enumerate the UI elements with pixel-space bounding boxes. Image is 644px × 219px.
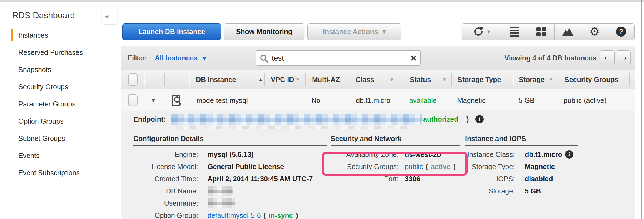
help-button[interactable]: ? xyxy=(608,24,634,40)
grid-icon xyxy=(536,27,546,36)
instance-actions-label: Instance Actions xyxy=(323,28,378,36)
redacted-db-name xyxy=(208,186,233,196)
detail-row-iops: IOPS: disabled xyxy=(465,173,578,185)
settings-button[interactable]: ⚙ xyxy=(581,24,608,40)
sidebar-item-security-groups[interactable]: Security Groups xyxy=(0,78,113,95)
search-icon xyxy=(259,54,269,63)
list-view-button[interactable] xyxy=(501,24,528,40)
detail-label: DB Name: xyxy=(133,187,198,195)
endpoint-authorized-status: authorized xyxy=(423,115,458,123)
column-storage-type[interactable]: Storage Type xyxy=(458,70,501,89)
detail-label: Created Time: xyxy=(133,175,198,183)
detail-row-storage-type: Storage Type: Magnetic xyxy=(465,161,578,173)
endpoint-redacted-shadow xyxy=(176,126,415,129)
sidebar-item-snapshots[interactable]: Snapshots xyxy=(0,61,113,78)
list-icon xyxy=(510,27,519,37)
sidebar-item-subnet-groups[interactable]: Subnet Groups xyxy=(0,130,113,147)
detail-value: public ( active ) xyxy=(405,163,456,171)
detail-label: Storage Type: xyxy=(465,163,515,171)
instance-class-value: db.t1.micro xyxy=(525,151,562,159)
table-row[interactable]: ▼ mode-test-mysql No db.t1.micro availab… xyxy=(121,89,635,111)
endpoint-label: Endpoint: xyxy=(133,115,166,123)
instance-actions-button[interactable]: Instance Actions ▾ xyxy=(307,23,401,40)
section-title: Security and Network xyxy=(331,135,460,146)
section-instance-and-iops: Instance and IOPS Instance Class: db.t1.… xyxy=(465,135,578,197)
cell-storage-type: Magnetic xyxy=(457,89,485,111)
cell-db-instance: mode-test-mysql xyxy=(196,89,248,111)
detail-label: Port: xyxy=(331,175,399,183)
detail-row-security-groups: Security Groups: public ( active ) xyxy=(331,161,460,173)
paren-open: ( xyxy=(426,163,428,171)
window-edge xyxy=(641,0,642,219)
chevron-down-icon: ▾ xyxy=(487,28,490,35)
page-title: RDS Dashboard xyxy=(12,11,75,21)
option-group-status: in-sync xyxy=(269,212,293,219)
detail-row-storage: Storage: 5 GB xyxy=(465,185,578,197)
info-icon[interactable]: i xyxy=(565,150,573,159)
detail-row-license: License Model: General Public License xyxy=(133,161,327,173)
show-monitoring-button[interactable]: Show Monitoring xyxy=(224,23,304,40)
rds-console-screen: RDS Dashboard Instances Reserved Purchas… xyxy=(0,0,644,219)
detail-label: Security Groups: xyxy=(331,163,399,171)
endpoint-redacted-value xyxy=(171,114,422,125)
sort-down-icon: ▾ xyxy=(443,70,446,89)
mountain-chart-icon xyxy=(562,27,574,36)
paren-close: ) xyxy=(453,163,456,171)
launch-db-instance-button[interactable]: Launch DB Instance xyxy=(122,23,221,40)
refresh-icon xyxy=(473,26,484,37)
row-expander-icon[interactable]: ▼ xyxy=(150,89,156,111)
detail-row-engine: Engine: mysql (5.6.13) xyxy=(133,148,327,161)
previous-page-button[interactable]: ⇠ xyxy=(600,50,615,65)
column-storage[interactable]: Storage xyxy=(519,70,545,89)
sidebar-item-option-groups[interactable]: Option Groups xyxy=(0,113,113,130)
row-checkbox[interactable] xyxy=(128,94,138,106)
filter-dropdown[interactable]: All Instances ▾ xyxy=(155,46,206,70)
next-page-button[interactable]: ⇢ xyxy=(616,50,631,65)
detail-row-availability-zone: Availability Zone: us-west-2b xyxy=(331,148,460,161)
column-status[interactable]: Status xyxy=(410,70,431,89)
filter-label: Filter: xyxy=(128,46,147,70)
sidebar-item-reserved-purchases[interactable]: Reserved Purchases xyxy=(0,44,113,61)
security-group-link[interactable]: public xyxy=(405,163,423,171)
view-toolbar: ▾ ⚙ ? xyxy=(462,23,635,40)
search-input[interactable] xyxy=(272,52,397,65)
column-vpc-id[interactable]: VPC ID xyxy=(271,70,294,89)
detail-row-instance-class: Instance Class: db.t1.micro i xyxy=(465,148,578,161)
sort-asc-icon: ▲ xyxy=(258,70,263,89)
sort-down-icon: ▾ xyxy=(550,70,552,89)
monitoring-view-button[interactable] xyxy=(554,24,581,40)
clear-search-icon[interactable]: × xyxy=(411,51,416,65)
column-multi-az[interactable]: Multi-AZ xyxy=(312,70,340,89)
sidebar-item-event-subscriptions[interactable]: Event Subscriptions xyxy=(0,164,113,181)
refresh-button[interactable]: ▾ xyxy=(462,24,501,40)
grid-view-button[interactable] xyxy=(528,24,554,40)
detail-value: April 2, 2014 11:30:45 AM UTC-7 xyxy=(208,175,313,183)
collapse-left-icon: ◂ xyxy=(105,12,108,21)
column-db-instance[interactable]: DB Instance xyxy=(196,70,236,89)
inspect-details-icon[interactable] xyxy=(172,94,182,106)
detail-row-username: Username: xyxy=(133,197,327,209)
option-group-link[interactable]: default:mysql-5-6 xyxy=(208,212,261,219)
cell-class: db.t1.micro xyxy=(356,89,390,111)
detail-value: General Public License xyxy=(208,163,284,171)
info-icon[interactable]: i xyxy=(475,115,484,123)
detail-value: disabled xyxy=(525,175,553,183)
detail-value-redacted xyxy=(208,198,235,208)
detail-value: 5 GB xyxy=(525,187,541,195)
sidebar-item-instances[interactable]: Instances xyxy=(0,27,113,44)
viewing-count: Viewing 4 of 4 DB Instances xyxy=(504,46,596,70)
sidebar-collapse-button[interactable]: ◂ xyxy=(102,8,117,24)
sort-down-icon: ▾ xyxy=(296,70,299,89)
detail-row-option-group: Option Group: default:mysql-5-6 ( in-syn… xyxy=(133,209,327,219)
detail-row-port: Port: 3306 xyxy=(331,173,460,185)
paren-close: ) xyxy=(296,212,298,219)
instance-details-panel: Endpoint: authorized ) i Configuration D… xyxy=(121,111,635,219)
column-security-groups[interactable]: Security Groups xyxy=(565,70,619,89)
column-class[interactable]: Class xyxy=(356,70,374,89)
select-all-checkbox[interactable] xyxy=(128,73,138,86)
cell-status: available xyxy=(409,89,437,111)
sidebar-item-events[interactable]: Events xyxy=(0,147,113,164)
detail-value: db.t1.micro i xyxy=(525,150,573,159)
detail-value: default:mysql-5-6 ( in-sync ) xyxy=(208,212,298,219)
sidebar-item-parameter-groups[interactable]: Parameter Groups xyxy=(0,95,113,113)
